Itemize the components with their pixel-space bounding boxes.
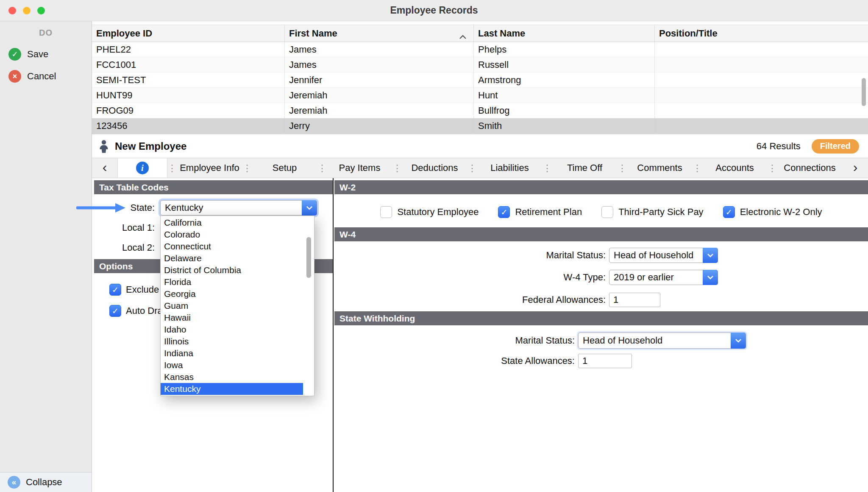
cancel-button[interactable]: × Cancel — [8, 68, 56, 85]
table-row-selected[interactable]: 123456 Jerry Smith — [92, 118, 868, 134]
table-row[interactable]: FCC1001 James Russell — [92, 57, 868, 73]
tab-deductions[interactable]: Deductions — [402, 158, 467, 178]
cell-last-name: Armstrong — [473, 73, 654, 87]
cell-first-name: Jeremiah — [284, 103, 473, 118]
dropdown-chevron-button[interactable] — [302, 200, 317, 215]
cell-first-name: Jerry — [284, 118, 473, 133]
section-header-w2: W-2 — [334, 180, 868, 194]
statutory-employee-checkbox[interactable] — [380, 206, 392, 218]
chevron-left-icon: ‹ — [103, 160, 107, 174]
retirement-plan-label: Retirement Plan — [515, 207, 582, 218]
tab-employee-info[interactable]: Employee Info — [177, 158, 242, 178]
state-option[interactable]: Kansas — [161, 371, 303, 383]
table-row[interactable]: SEMI-TEST Jennifer Armstrong — [92, 73, 868, 88]
dropdown-chevron-button[interactable] — [731, 333, 746, 349]
save-button[interactable]: ✓ Save — [8, 46, 48, 63]
tab-accounts[interactable]: Accounts — [702, 158, 768, 178]
cell-employee-id: 123456 — [92, 118, 284, 133]
cell-position — [654, 57, 868, 72]
tab-separator-dots: ⋮ — [542, 158, 552, 178]
table-scrollbar-thumb[interactable] — [862, 78, 866, 106]
state-option[interactable]: California — [161, 217, 303, 229]
tab-info[interactable]: i — [117, 158, 167, 178]
zoom-window-button[interactable] — [37, 7, 45, 14]
state-option-selected[interactable]: Kentucky — [161, 383, 303, 395]
tab-time-off[interactable]: Time Off — [552, 158, 618, 178]
state-option[interactable]: Florida — [161, 276, 303, 288]
tab-comments[interactable]: Comments — [627, 158, 693, 178]
cell-position — [654, 42, 868, 57]
state-dropdown[interactable]: Kentucky — [160, 200, 317, 215]
state-option[interactable]: District of Columbia — [161, 264, 303, 276]
minimize-window-button[interactable] — [23, 7, 31, 14]
state-option[interactable]: Indiana — [161, 347, 303, 359]
state-option[interactable]: Colorado — [161, 229, 303, 240]
cancel-label: Cancel — [27, 71, 56, 82]
marital-status-dropdown[interactable]: Head of Household — [609, 248, 718, 263]
detail-content: Tax Table Codes State: Kentucky Local 1:… — [92, 178, 868, 492]
state-option[interactable]: Connecticut — [161, 240, 303, 252]
column-header-employee-id[interactable]: Employee ID — [92, 25, 284, 42]
state-marital-status-dropdown[interactable]: Head of Household — [578, 333, 746, 349]
exclude-checkbox[interactable] — [109, 284, 121, 296]
collapse-button[interactable]: « Collapse — [0, 472, 92, 492]
column-header-position[interactable]: Position/Title — [654, 25, 868, 42]
filtered-badge[interactable]: Filtered — [812, 139, 859, 154]
cell-position — [654, 118, 868, 133]
state-allowances-input[interactable]: 1 — [578, 354, 632, 368]
w4-type-dropdown[interactable]: 2019 or earlier — [609, 270, 718, 285]
autodraft-checkbox-label: Auto Dra — [126, 305, 163, 316]
third-party-sick-pay-checkbox[interactable] — [601, 206, 613, 218]
tab-connections[interactable]: Connections — [777, 158, 843, 178]
tabs-scroll-right-button[interactable]: › — [843, 158, 868, 178]
traffic-lights — [8, 7, 45, 14]
retirement-plan-checkbox[interactable] — [498, 206, 510, 218]
state-option[interactable]: Hawaii — [161, 312, 303, 324]
cell-position — [654, 88, 868, 103]
table-row[interactable]: HUNT99 Jeremiah Hunt — [92, 88, 868, 103]
cell-employee-id: SEMI-TEST — [92, 73, 284, 87]
table-header-row: Employee ID First Name Last Name Positio… — [92, 25, 868, 42]
section-header-w4: W-4 — [334, 227, 868, 241]
dropdown-chevron-button[interactable] — [703, 270, 718, 285]
pointer-arrow-icon — [76, 202, 126, 216]
dropdown-scrollbar-thumb[interactable] — [306, 237, 311, 278]
w2-checkbox-row: Statutory Employee Retirement Plan Third… — [334, 204, 868, 220]
column-header-first-name[interactable]: First Name — [284, 25, 473, 42]
third-party-sick-pay-label: Third-Party Sick Pay — [618, 207, 704, 218]
close-window-button[interactable] — [8, 7, 16, 14]
state-option[interactable]: Guam — [161, 300, 303, 312]
state-option[interactable]: Georgia — [161, 288, 303, 300]
column-header-last-name[interactable]: Last Name — [473, 25, 654, 42]
tabs-scroll-left-button[interactable]: ‹ — [92, 158, 117, 178]
federal-allowances-input[interactable]: 1 — [609, 293, 660, 307]
tab-pay-items[interactable]: Pay Items — [327, 158, 392, 178]
state-option[interactable]: Iowa — [161, 359, 303, 371]
table-row[interactable]: PHEL22 James Phelps — [92, 42, 868, 57]
cell-first-name: James — [284, 42, 473, 57]
tab-setup[interactable]: Setup — [252, 158, 317, 178]
cell-last-name: Phelps — [473, 42, 654, 57]
cell-last-name: Hunt — [473, 88, 654, 103]
cell-last-name: Bullfrog — [473, 103, 654, 118]
cell-employee-id: FCC1001 — [92, 57, 284, 72]
federal-allowances-value: 1 — [613, 294, 618, 305]
state-option[interactable]: Delaware — [161, 252, 303, 264]
cell-first-name: Jennifer — [284, 73, 473, 87]
tab-liabilities[interactable]: Liabilities — [477, 158, 542, 178]
cell-employee-id: PHEL22 — [92, 42, 284, 57]
state-option[interactable]: Illinois — [161, 335, 303, 347]
cell-position — [654, 103, 868, 118]
tab-separator-dots: ⋮ — [768, 158, 777, 178]
window-title: Employee Records — [390, 5, 478, 16]
marital-status-label: Marital Status: — [334, 250, 609, 261]
electronic-w2-only-checkbox[interactable] — [723, 206, 735, 218]
marital-status-value: Head of Household — [614, 250, 693, 261]
autodraft-checkbox[interactable] — [109, 305, 121, 317]
cell-first-name: James — [284, 57, 473, 72]
table-row[interactable]: FROG09 Jeremiah Bullfrog — [92, 103, 868, 118]
state-allowances-value: 1 — [582, 355, 587, 366]
person-icon — [98, 140, 110, 153]
state-option[interactable]: Idaho — [161, 324, 303, 335]
dropdown-chevron-button[interactable] — [703, 248, 718, 263]
